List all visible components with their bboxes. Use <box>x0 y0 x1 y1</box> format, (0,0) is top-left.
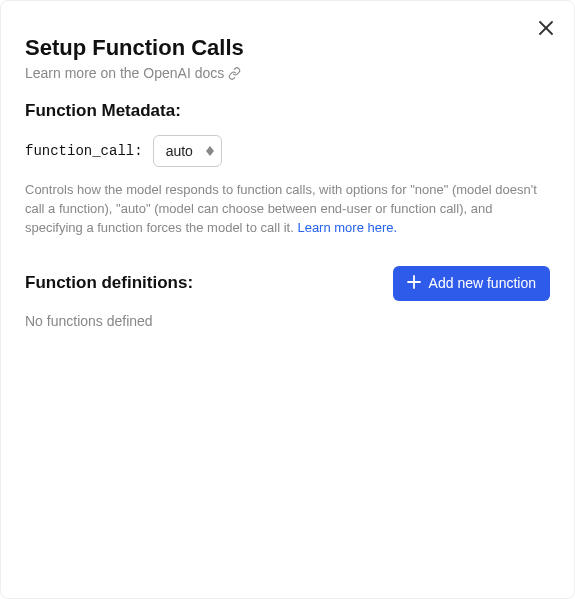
learn-more-link[interactable]: Learn more here. <box>297 220 397 235</box>
function-call-help: Controls how the model responds to funct… <box>25 181 550 238</box>
function-call-field: function_call: auto <box>25 135 550 167</box>
function-call-value: auto <box>153 135 222 167</box>
link-icon <box>228 67 241 80</box>
function-call-label: function_call: <box>25 143 143 159</box>
modal-title: Setup Function Calls <box>25 35 550 61</box>
docs-link[interactable]: Learn more on the OpenAI docs <box>25 65 550 81</box>
help-text-body: Controls how the model responds to funct… <box>25 182 537 235</box>
add-function-button[interactable]: Add new function <box>393 266 550 301</box>
definitions-header: Function definitions: Add new function <box>25 266 550 301</box>
plus-icon <box>407 275 421 292</box>
definitions-empty-state: No functions defined <box>25 313 550 329</box>
function-call-select[interactable]: auto <box>153 135 222 167</box>
close-icon <box>539 21 553 38</box>
docs-link-text: Learn more on the OpenAI docs <box>25 65 224 81</box>
close-button[interactable] <box>534 17 558 41</box>
add-function-label: Add new function <box>429 275 536 291</box>
definitions-heading: Function definitions: <box>25 273 193 293</box>
metadata-heading: Function Metadata: <box>25 101 550 121</box>
function-calls-modal: Setup Function Calls Learn more on the O… <box>0 0 575 599</box>
